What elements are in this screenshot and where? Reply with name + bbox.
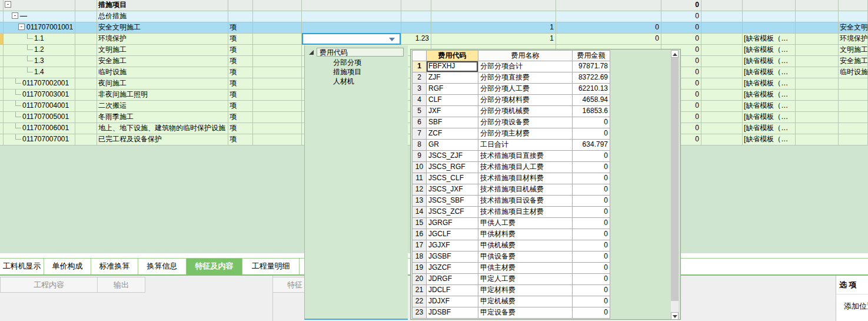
tab-3[interactable]: 标准换算 [91, 259, 138, 274]
cell-name-repeat[interactable] [839, 101, 868, 112]
fee-row-number[interactable]: 3 [412, 84, 427, 95]
cell-pricing-mode[interactable] [253, 45, 302, 56]
fee-name-cell[interactable]: 技术措施项目人工费 [478, 162, 573, 173]
cell-unit-price[interactable]: 0 [556, 34, 661, 45]
cell-pricing-mode[interactable] [253, 101, 302, 112]
cell-pricing-mode[interactable] [253, 67, 302, 78]
fee-amount-cell[interactable]: 0 [573, 184, 610, 196]
cell-blank[interactable] [701, 101, 743, 112]
fee-table-row[interactable]: 2ZJF分部分项直接费83722.69 [412, 72, 611, 84]
cell-code[interactable]: 011707004001 [4, 101, 75, 112]
cell-name[interactable]: 安全文明施工 [97, 22, 228, 34]
fee-table-row[interactable]: 23JDSBF甲定设备费0 [412, 307, 611, 319]
fee-amount-cell[interactable]: 83722.69 [573, 72, 610, 84]
fee-name-cell[interactable]: 技术措施项目主材费 [478, 207, 573, 218]
cell-unit[interactable]: 项 [228, 78, 253, 90]
fee-amount-cell[interactable]: 4658.94 [573, 95, 610, 106]
table-row[interactable]: -措施项目0 [0, 0, 868, 11]
table-row[interactable]: -011707001001安全文明施工项100安全文明施工 [0, 22, 868, 34]
cell-name[interactable]: 非夜间施工照明 [97, 90, 228, 101]
fee-table-row[interactable]: 1FBFXHJ分部分项合计97871.78 [412, 61, 611, 72]
fee-amount-cell[interactable]: 0 [573, 128, 610, 140]
cell-unit[interactable] [228, 0, 253, 11]
fee-row-number[interactable]: 9 [412, 151, 427, 162]
scroll-up-icon[interactable] [671, 50, 679, 58]
cell-blank[interactable] [701, 22, 743, 34]
fee-row-number[interactable]: 2 [412, 72, 427, 84]
fee-code-cell[interactable]: JSCS_JXF [427, 184, 478, 196]
fee-name-cell[interactable]: 甲供人工费 [478, 218, 573, 229]
cell-quantity[interactable]: 1 [431, 22, 556, 34]
fee-name-cell[interactable]: 技术措施项目设备费 [478, 196, 573, 207]
cell-pricing-mode[interactable] [253, 90, 302, 101]
cell-basis[interactable] [302, 22, 401, 34]
fee-name-cell[interactable]: 分部分项合计 [478, 61, 573, 72]
cell-pricing-mode[interactable] [253, 78, 302, 90]
scrollbar-thumb[interactable] [671, 58, 679, 301]
cell-unit[interactable]: 项 [228, 45, 253, 56]
tab-2[interactable]: 单价构成 [44, 259, 91, 274]
cell-code[interactable]: -— [4, 11, 75, 22]
cell-template[interactable] [743, 11, 796, 22]
fee-table-row[interactable]: 14JSCS_ZCF技术措施项目主材费0 [412, 207, 611, 218]
cell-code[interactable]: -011707001001 [4, 22, 75, 34]
cell-blank2[interactable] [796, 67, 839, 78]
fee-amount-cell[interactable]: 0 [573, 218, 610, 229]
fee-name-cell[interactable]: 分部分项设备费 [478, 117, 573, 128]
cell-blank2[interactable] [796, 134, 839, 145]
cell-name-repeat[interactable] [839, 78, 868, 90]
fee-row-number[interactable]: 11 [412, 173, 427, 184]
tree-item[interactable]: 人材机 [305, 77, 408, 86]
fee-amount-cell[interactable]: 0 [573, 173, 610, 184]
cell-unit[interactable]: 项 [228, 67, 253, 78]
fee-row-number[interactable]: 4 [412, 95, 427, 106]
cell-blank2[interactable] [796, 34, 839, 45]
fee-name-cell[interactable]: 分部分项材料费 [478, 95, 573, 106]
cell-unit[interactable]: 项 [228, 56, 253, 67]
cell-blank2[interactable] [796, 22, 839, 34]
fee-row-number[interactable]: 5 [412, 106, 427, 117]
cell-rate[interactable] [401, 11, 431, 22]
fee-table-row[interactable]: 15JGRGF甲供人工费0 [412, 218, 611, 229]
cell-blank[interactable] [701, 56, 743, 67]
fee-table-row[interactable]: 3RGF分部分项人工费62210.13 [412, 84, 611, 95]
cell-name-repeat[interactable]: 安全施工 [839, 56, 868, 67]
cell-template[interactable]: [缺省模板（… [743, 134, 796, 145]
cell-blank[interactable] [701, 78, 743, 90]
fee-table-row[interactable]: 5JXF分部分项机械费16853.6 [412, 106, 611, 117]
fee-table-row[interactable]: 20JDRGF甲定人工费0 [412, 274, 611, 285]
fee-code-cell[interactable]: RGF [427, 84, 478, 95]
cell-name[interactable]: 总价措施 [97, 11, 228, 22]
fee-table-row[interactable]: 7ZCF分部分项主材费0 [412, 128, 611, 140]
cell-pricing-mode[interactable] [253, 112, 302, 123]
fee-row-number[interactable]: 18 [412, 251, 427, 263]
cell-template[interactable]: [缺省模板（… [743, 123, 796, 134]
cell-pricing-mode[interactable] [253, 134, 302, 145]
fee-name-cell[interactable]: 甲供机械费 [478, 240, 573, 251]
fee-table-row[interactable]: 10JSCS_RGF技术措施项目人工费0 [412, 162, 611, 173]
cell-code[interactable]: - [4, 0, 75, 11]
fee-row-number[interactable]: 12 [412, 184, 427, 196]
options-item-add-position[interactable]: 添加位置 [836, 294, 868, 312]
cell-template[interactable]: [缺省模板（… [743, 45, 796, 56]
cell-type[interactable] [75, 11, 97, 22]
fee-row-number[interactable]: 8 [412, 140, 427, 151]
fee-table-scrollbar[interactable] [671, 50, 679, 320]
fee-table-row[interactable]: 18JGSBF甲供设备费0 [412, 251, 611, 263]
cell-total[interactable]: 0 [661, 22, 701, 34]
cell-name[interactable]: 冬雨季施工 [97, 112, 228, 123]
fee-row-number[interactable]: 16 [412, 229, 427, 240]
cell-unit[interactable]: 项 [228, 22, 253, 34]
chevron-down-icon[interactable] [389, 38, 395, 41]
cell-rate[interactable] [401, 0, 431, 11]
fee-code-cell[interactable]: JSCS_ZCF [427, 207, 478, 218]
cell-code[interactable]: 1.4 [4, 67, 75, 78]
cell-type[interactable] [75, 78, 97, 90]
cell-type[interactable] [75, 134, 97, 145]
cell-rate[interactable]: 1.23 [401, 34, 431, 45]
fee-row-number[interactable]: 13 [412, 196, 427, 207]
fee-code-cell[interactable]: JGZCF [427, 263, 478, 274]
fee-row-number[interactable]: 22 [412, 296, 427, 307]
cell-pricing-mode[interactable] [253, 0, 302, 11]
cell-name-repeat[interactable] [839, 134, 868, 145]
